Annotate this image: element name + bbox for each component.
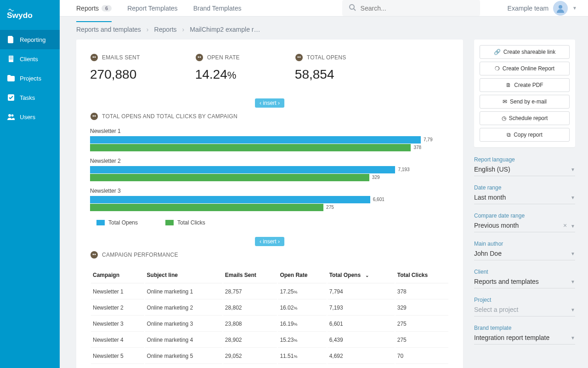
kpi-label: TOTAL OPENS bbox=[307, 54, 346, 61]
sidebar-item-clients[interactable]: Clients bbox=[0, 49, 60, 69]
table-cell: 4,692 bbox=[328, 349, 395, 364]
kpi-value: 58,854 bbox=[295, 67, 346, 82]
breadcrumb-link[interactable]: Reports bbox=[154, 26, 177, 33]
envelope-icon: ✉ bbox=[503, 98, 507, 105]
tab-report-templates[interactable]: Report Templates bbox=[127, 5, 177, 12]
insert-widget-button[interactable]: ‹ insert › bbox=[255, 98, 284, 108]
svg-text:Swydo: Swydo bbox=[7, 11, 33, 20]
tab-brand-templates[interactable]: Brand Templates bbox=[193, 5, 242, 12]
table-cell: 329 bbox=[396, 300, 448, 316]
table-row[interactable]: Newsletter 2Online marketing 228,80216.0… bbox=[91, 300, 448, 316]
bar-opens bbox=[90, 196, 370, 203]
field-label: Brand template bbox=[474, 325, 575, 331]
create-shareable-link-button[interactable]: 🔗Create shareable link bbox=[480, 45, 570, 59]
sidebar-item-users[interactable]: Users bbox=[0, 107, 60, 126]
table-total-cell: 139,321 bbox=[223, 365, 277, 368]
language-select[interactable]: English (US)▼ bbox=[474, 166, 575, 176]
globe-icon: ❍ bbox=[495, 65, 500, 72]
kpi-open-rate: OPEN RATE 14.24% bbox=[195, 53, 240, 82]
kpi-emails-sent: EMAILS SENT 270,880 bbox=[90, 53, 140, 82]
sidebar-item-projects[interactable]: Projects bbox=[0, 69, 60, 88]
create-online-report-button[interactable]: ❍Create Online Report bbox=[480, 62, 570, 75]
svg-point-17 bbox=[199, 57, 201, 58]
breadcrumb-link[interactable]: Reports and templates bbox=[76, 26, 141, 33]
search-input-wrap[interactable] bbox=[342, 0, 480, 16]
table-cell: Newsletter 5 bbox=[91, 349, 144, 364]
sidebar-item-label: Tasks bbox=[20, 94, 35, 101]
chevron-down-icon: ▼ bbox=[571, 224, 575, 229]
table-header[interactable]: Emails Sent bbox=[223, 267, 277, 283]
kpi-value: 270,880 bbox=[90, 67, 140, 82]
table-header[interactable]: Subject line bbox=[145, 267, 222, 283]
folder-icon bbox=[7, 74, 15, 82]
copy-icon: ⧉ bbox=[507, 132, 511, 138]
report-card: EMAILS SENT 270,880 OPEN RATE 14.24% bbox=[76, 40, 463, 368]
table-row[interactable]: Newsletter 4Online marketing 428,90215.2… bbox=[91, 333, 448, 348]
chevron-right-icon: › bbox=[147, 26, 149, 33]
project-select[interactable]: Select a project▼ bbox=[474, 306, 575, 316]
svg-point-24 bbox=[90, 251, 98, 259]
table-row[interactable]: Newsletter 3Online marketing 323,80816.1… bbox=[91, 316, 448, 332]
breadcrumb: Reports and templates › Reports › MailCh… bbox=[60, 17, 588, 40]
field-label: Client bbox=[474, 269, 575, 275]
svg-point-7 bbox=[8, 114, 11, 117]
svg-point-16 bbox=[198, 57, 199, 58]
sidebar-item-label: Clients bbox=[20, 56, 38, 63]
clear-icon[interactable]: × bbox=[563, 222, 567, 229]
create-pdf-button[interactable]: 🗎Create PDF bbox=[480, 78, 570, 92]
compare-range-select[interactable]: Previous month×▼ bbox=[474, 222, 575, 232]
sidebar: Swydo Reporting Clients Projects Tasks U… bbox=[0, 0, 60, 368]
table-cell: Online marketing 1 bbox=[145, 284, 222, 299]
table-row[interactable]: Newsletter 1Online marketing 128,75717.2… bbox=[91, 284, 448, 299]
copy-report-button[interactable]: ⧉Copy report bbox=[480, 128, 570, 142]
bar-clicks bbox=[90, 144, 411, 151]
table-cell: 7,794 bbox=[328, 284, 395, 299]
table-cell: 28,757 bbox=[223, 284, 277, 299]
bar-chart: Newsletter 17,79378Newsletter 27,193329N… bbox=[90, 128, 449, 211]
svg-rect-1 bbox=[9, 56, 13, 62]
chevron-down-icon: ▼ bbox=[571, 307, 575, 312]
brand-template-select[interactable]: Integration report template▼ bbox=[474, 334, 575, 345]
mailchimp-icon bbox=[295, 53, 303, 62]
search-icon bbox=[349, 4, 356, 12]
legend-swatch-clicks bbox=[165, 220, 174, 225]
field-label: Project bbox=[474, 297, 575, 303]
table-cell: Online marketing 2 bbox=[145, 300, 222, 316]
table-header[interactable]: Open Rate bbox=[278, 267, 326, 283]
search-input[interactable] bbox=[361, 5, 474, 12]
reports-count-badge: 6 bbox=[102, 5, 112, 12]
mailchimp-icon bbox=[195, 53, 204, 62]
chevron-down-icon: ▼ bbox=[571, 195, 575, 200]
table-header[interactable]: Total Opens ⌄ bbox=[328, 267, 395, 283]
date-range-select[interactable]: Last month▼ bbox=[474, 194, 575, 204]
table-cell: 23,808 bbox=[223, 316, 277, 332]
bar-clicks bbox=[90, 174, 369, 181]
svg-point-19 bbox=[297, 57, 299, 58]
svg-line-10 bbox=[354, 9, 356, 11]
table-header[interactable]: Total Clicks bbox=[396, 267, 448, 283]
svg-point-13 bbox=[93, 57, 94, 58]
client-select[interactable]: Reports and templates▼ bbox=[474, 278, 575, 288]
chevron-down-icon: ▼ bbox=[572, 6, 577, 11]
svg-point-9 bbox=[350, 5, 354, 9]
table-cell: 378 bbox=[396, 284, 448, 299]
insert-widget-button[interactable]: ‹ insert › bbox=[255, 237, 284, 246]
bar-value-label: 378 bbox=[413, 145, 421, 150]
table-cell: 275 bbox=[396, 316, 448, 332]
sidebar-item-reporting[interactable]: Reporting bbox=[0, 30, 60, 49]
send-email-button[interactable]: ✉Send by e-mail bbox=[480, 95, 570, 109]
schedule-report-button[interactable]: ◷Schedule report bbox=[480, 111, 570, 125]
topbar: Reports 6 Report Templates Brand Templat… bbox=[60, 0, 588, 17]
svg-point-23 bbox=[95, 115, 96, 117]
table-row[interactable]: Newsletter 5Online marketing 529,05211.5… bbox=[91, 349, 448, 364]
table-header[interactable]: Campaign bbox=[91, 267, 144, 283]
team-menu[interactable]: Example team ▼ bbox=[508, 1, 577, 16]
table-cell: 6,601 bbox=[328, 316, 395, 332]
table-total-cell: 1,327 bbox=[396, 365, 448, 368]
sidebar-item-label: Projects bbox=[20, 75, 41, 82]
brand-logo[interactable]: Swydo bbox=[0, 0, 60, 30]
author-select[interactable]: John Doe▼ bbox=[474, 250, 575, 260]
sidebar-item-tasks[interactable]: Tasks bbox=[0, 88, 60, 107]
table-total-cell: 32,719 bbox=[328, 365, 395, 368]
kpi-label: OPEN RATE bbox=[207, 54, 240, 61]
